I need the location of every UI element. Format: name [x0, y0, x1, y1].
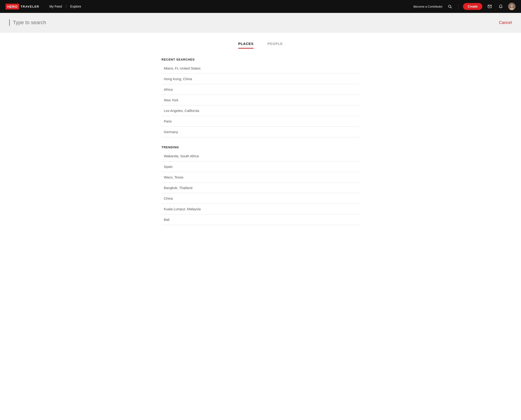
messages-icon-button[interactable]	[486, 3, 493, 10]
list-item[interactable]: Bali	[162, 214, 360, 225]
list-item[interactable]: Miami, FL United States	[162, 63, 360, 74]
search-input[interactable]	[13, 20, 499, 26]
list-item[interactable]: China	[162, 193, 360, 204]
search-bar-area: Cancel	[0, 13, 521, 32]
recent-searches-list: Miami, FL United States Hong Kong, China…	[162, 63, 360, 137]
tab-places[interactable]: PLACES	[238, 42, 254, 49]
recent-searches-heading: RECENT SEARCHES	[162, 58, 360, 61]
list-item[interactable]: Waco, Texas	[162, 172, 360, 183]
list-item[interactable]: Los Angeles, California	[162, 105, 360, 116]
list-item[interactable]: Kuala Lumpur, Malaysia	[162, 204, 360, 214]
svg-line-1	[451, 7, 452, 8]
tab-people[interactable]: PEOPLE	[267, 42, 283, 49]
list-item[interactable]: New York	[162, 95, 360, 105]
become-contributor-link[interactable]: Become a Contributor	[413, 5, 442, 8]
list-item[interactable]: Germany	[162, 127, 360, 137]
cancel-button[interactable]: Cancel	[499, 20, 512, 25]
navbar: HERO TRAVELER My Feed | Explore Become a…	[0, 0, 521, 13]
svg-point-4	[511, 5, 513, 7]
tabs: PLACES PEOPLE	[162, 42, 360, 49]
logo-hero: HERO	[6, 4, 19, 9]
list-item[interactable]: Bangkok, Thailand	[162, 183, 360, 193]
content-area: PLACES PEOPLE RECENT SEARCHES Miami, FL …	[157, 32, 364, 242]
list-item[interactable]: Spain	[162, 161, 360, 172]
list-item[interactable]: Paris	[162, 116, 360, 127]
nav-link-explore[interactable]: Explore	[67, 5, 84, 8]
nav-right: Become a Contributor Create	[413, 3, 515, 10]
trending-heading: TRENDING	[162, 146, 360, 149]
list-item[interactable]: Hong Kong, China	[162, 74, 360, 84]
list-item[interactable]: Wakanda, South Africa	[162, 151, 360, 161]
notifications-icon-button[interactable]	[497, 3, 504, 10]
search-cursor	[9, 19, 10, 26]
create-button[interactable]: Create	[463, 3, 482, 10]
nav-vertical-divider	[458, 4, 458, 9]
trending-list: Wakanda, South Africa Spain Waco, Texas …	[162, 151, 360, 225]
avatar[interactable]	[508, 3, 515, 10]
search-icon-button[interactable]	[446, 3, 454, 10]
list-item[interactable]: Africa	[162, 84, 360, 95]
logo-traveler: TRAVELER	[21, 5, 39, 8]
nav-divider: |	[66, 4, 67, 8]
nav-link-my-feed[interactable]: My Feed	[46, 5, 65, 8]
